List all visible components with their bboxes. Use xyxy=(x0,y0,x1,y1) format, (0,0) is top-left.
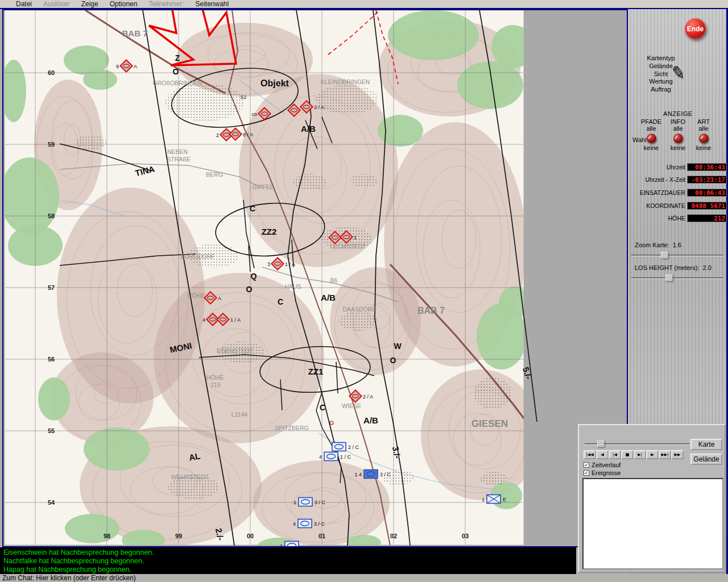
map-label: S2 xyxy=(240,94,246,100)
forest-area xyxy=(499,286,531,318)
chat-message: Eisenschwein hat Nachbesprechung begonne… xyxy=(3,548,576,557)
xzeit-value: -03:23:17 xyxy=(687,176,727,184)
svg-text:E: E xyxy=(503,497,506,502)
pen-icon: ✎ xyxy=(670,61,687,83)
kartentyp-option-auftrag[interactable]: Auftrag xyxy=(635,86,687,94)
grid-label: 01 xyxy=(318,533,325,539)
event-listbox[interactable] xyxy=(582,478,723,569)
map-label: EGENSTEDT xyxy=(217,347,254,354)
friendly-unit[interactable]: 2 / C xyxy=(332,443,359,451)
vcr-stop-button[interactable]: ■ xyxy=(621,450,634,459)
grid-label: 03 xyxy=(462,533,469,539)
timeline-slider-thumb[interactable] xyxy=(597,440,605,447)
zeitverlauf-checkbox-row[interactable]: ✓ Zeitverlauf xyxy=(584,462,621,468)
map-label: GIESEN xyxy=(471,418,508,429)
menu-item-seitenwahl[interactable]: Seitenwahl xyxy=(195,0,229,8)
timeline-slider[interactable] xyxy=(585,440,689,448)
map-label: BAB 7 xyxy=(417,306,445,315)
chat-message: Hapag hat Nachbesprechung begonnen. xyxy=(3,566,576,574)
zeitverlauf-label: Zeitverlauf xyxy=(592,462,621,468)
map-label: Objekt xyxy=(260,78,289,88)
einsatzdauer-row: EINSATZDAUER 00:06:43 xyxy=(629,188,727,197)
grid-label: 99 xyxy=(175,533,182,539)
grid-label: 60 xyxy=(48,69,55,76)
info-alle-label: alle xyxy=(664,125,692,132)
settlement-area xyxy=(316,85,378,114)
map-label: A/B xyxy=(301,124,316,134)
ereignisse-checkbox-row[interactable]: ✓ Ereignisse xyxy=(584,469,621,476)
map-label: HÖHE xyxy=(206,374,224,381)
menu-item-datei[interactable]: Datei xyxy=(16,0,32,8)
hoehe-value: 212 xyxy=(687,214,727,222)
grid-label: 56 xyxy=(48,356,55,363)
map-label: HÖHE xyxy=(188,292,205,299)
grid-label: 00 xyxy=(247,533,254,539)
los-slider-thumb[interactable] xyxy=(665,275,673,281)
art-knob[interactable] xyxy=(699,134,709,143)
pfade-label: PFADE xyxy=(638,118,665,125)
anzeige-column-art: ART alle keine xyxy=(690,118,717,151)
svg-text:1: 1 xyxy=(354,235,357,240)
vcr-controls: |◀◀ ◀ |◀ ■ ▶| ▶ ▶▶| ▶▶ xyxy=(584,450,684,459)
settlement-area xyxy=(473,377,512,409)
vcr-step-back-button[interactable]: |◀ xyxy=(609,450,621,459)
friendly-unit[interactable]: 41 / C xyxy=(319,452,351,461)
zoom-slider-thumb[interactable] xyxy=(661,252,668,259)
vcr-step-forward-button[interactable]: ▶| xyxy=(634,450,646,459)
uhrzeit-label: Uhrzeit xyxy=(629,164,685,171)
los-slider-track xyxy=(631,277,723,279)
menu-item-zeige[interactable]: Zeige xyxy=(81,0,98,8)
zeitverlauf-checkbox[interactable]: ✓ xyxy=(584,462,589,468)
vcr-skip-end-button[interactable]: ▶▶ xyxy=(671,450,684,459)
zoom-slider[interactable] xyxy=(631,251,723,259)
grid-label: 58 xyxy=(48,213,55,219)
ereignisse-checkbox[interactable]: ✓ xyxy=(584,470,589,476)
map-label: A/B xyxy=(321,293,336,302)
los-height-slider[interactable] xyxy=(631,274,723,282)
info-knob[interactable] xyxy=(673,134,683,143)
map-label: W xyxy=(394,342,402,351)
chat-status-bar[interactable]: Zum Chat: Hier klicken (oder Enter drück… xyxy=(0,574,728,582)
friendly-unit[interactable]: 1 43 / C xyxy=(354,470,391,479)
pfade-keine-label: keine xyxy=(638,144,665,151)
svg-text:4: 4 xyxy=(202,317,205,323)
hoehe-label: HÖHE xyxy=(629,215,685,222)
ende-button[interactable]: Ende xyxy=(685,18,706,39)
map-window: 9Aco3 / A28 / A131 / AA41 / A2 / A2 / C4… xyxy=(2,9,628,547)
vcr-play-reverse-button[interactable]: ◀ xyxy=(596,450,609,459)
map-label: SPITZBERG xyxy=(275,425,309,431)
pfade-knob[interactable] xyxy=(647,134,656,143)
svg-text:A: A xyxy=(218,296,221,301)
menu-item-optionen[interactable]: Optionen xyxy=(110,0,138,8)
svg-text:3 / C: 3 / C xyxy=(314,521,325,527)
gelaende-button[interactable]: Gelände xyxy=(690,454,722,465)
wahl-label: Wahl xyxy=(632,136,647,143)
svg-text:2: 2 xyxy=(216,132,219,138)
grid-label: 02 xyxy=(390,533,397,539)
menu-bar: Datei Auslöser Zeige Optionen Teilnehmer… xyxy=(0,0,728,9)
hoehe-row: HÖHE 212 xyxy=(629,214,727,222)
xzeit-label: Uhrzeit - X-Zeit xyxy=(629,176,685,183)
playback-panel: Karte |◀◀ ◀ |◀ ■ ▶| ▶ ▶▶| ▶▶ Gelände ✓ Z… xyxy=(578,424,726,573)
ereignisse-label: Ereignisse xyxy=(592,469,621,476)
tactical-map[interactable]: 9Aco3 / A28 / A131 / AA41 / A2 / A2 / C4… xyxy=(3,10,627,546)
koordinate-value: 0488 5671 xyxy=(687,202,727,210)
svg-text:1 4: 1 4 xyxy=(354,472,362,477)
anzeige-column-info: INFO alle keine xyxy=(664,118,692,151)
map-label: Q xyxy=(251,272,257,281)
grid-label: 54 xyxy=(48,499,55,506)
svg-text:3 / C: 3 / C xyxy=(315,500,326,505)
vcr-play-button[interactable]: ▶ xyxy=(646,450,659,459)
friendly-unit[interactable]: 43 / C xyxy=(293,519,325,528)
forest-area xyxy=(83,69,117,90)
map-label: ZZ1 xyxy=(308,367,324,376)
friendly-unit[interactable]: 13 / C xyxy=(293,498,326,506)
vcr-skip-start-button[interactable]: |◀◀ xyxy=(584,450,596,459)
karte-button[interactable]: Karte xyxy=(690,439,722,450)
vcr-fast-forward-button[interactable]: ▶▶| xyxy=(659,450,671,459)
art-alle-label: alle xyxy=(690,125,717,132)
map-label: NEBEN xyxy=(167,148,188,155)
einsatzdauer-label: EINSATZDAUER xyxy=(629,189,685,196)
uhrzeit-row: Uhrzeit 08:36:43 xyxy=(629,163,727,171)
kartentyp-title: Kartentyp xyxy=(635,55,687,61)
